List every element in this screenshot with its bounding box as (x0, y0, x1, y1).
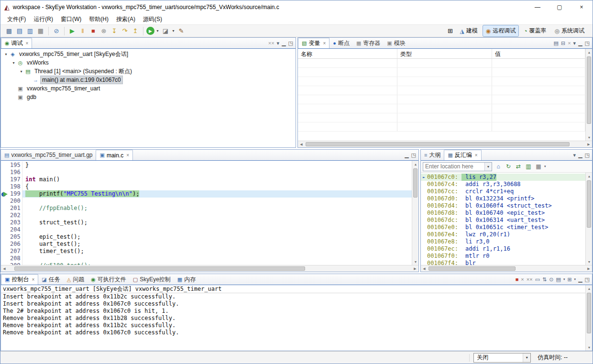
save-icon[interactable]: ▤ (15, 26, 24, 36)
tab-tasks[interactable]: ◪任务 (38, 274, 63, 285)
vertical-scrollbar[interactable]: ▲ ▼ (585, 285, 592, 351)
display-selected-console-icon[interactable]: ▤ (556, 276, 560, 283)
horizontal-scrollbar[interactable]: ◀ ▶ (421, 265, 592, 272)
collapse-all-icon[interactable]: ⊟ (561, 40, 565, 46)
terminate-icon[interactable]: ■ (88, 26, 98, 36)
format-brush-icon[interactable]: ✎ (176, 26, 186, 36)
scroll-down-icon[interactable]: ▼ (586, 344, 593, 351)
scroll-right-icon[interactable]: ▶ (585, 265, 592, 272)
run-icon-dropdown[interactable]: ▾ (155, 29, 160, 33)
tab-variables[interactable]: ▧变量× (298, 38, 329, 48)
scroll-left-icon[interactable]: ◀ (1, 265, 8, 272)
table-row[interactable] (298, 77, 585, 86)
scroll-down-icon[interactable]: ▼ (412, 258, 419, 265)
tab-breakpoints[interactable]: ●断点 (329, 38, 353, 48)
table-row[interactable] (298, 104, 585, 113)
perspective-modeling[interactable]: ◮建模 (457, 25, 481, 37)
debug-tree-item[interactable]: ▾◈vxworks_mpc755_timer_uart [SkyEye会话] (1, 50, 296, 58)
debug-tree-item[interactable]: ▣vxworks_mpc755_timer_uart (1, 84, 296, 93)
show-opcodes-icon[interactable]: ▥ (524, 163, 533, 170)
close-tab-icon[interactable]: × (26, 41, 29, 46)
tab-file-gp[interactable]: ▤vxworks_mpc755_timer_uart.gp (1, 150, 96, 160)
tab-executables[interactable]: ◉可执行文件 (88, 274, 130, 285)
scroll-down-icon[interactable]: ▼ (586, 258, 593, 265)
perspective-remote-debug[interactable]: ◉远程调试 (483, 25, 519, 37)
maximize-view-icon[interactable]: ◳ (288, 40, 293, 46)
remove-all-terminated-icon[interactable]: ×× (268, 40, 275, 46)
home-icon[interactable]: ⌂ (494, 163, 503, 170)
minimize-button[interactable]: — (527, 0, 549, 14)
menu-item[interactable]: 文件(F) (3, 14, 30, 25)
vertical-scrollbar[interactable]: ▲ ▼ (585, 173, 592, 265)
scroll-lock-icon[interactable]: ⇅ (542, 276, 547, 283)
column-header[interactable]: 名称 (298, 49, 397, 58)
scroll-track[interactable] (305, 141, 585, 147)
view-menu-icon[interactable]: ▾ (573, 152, 576, 158)
step-into-icon[interactable]: ↧ (110, 26, 119, 36)
open-console-icon[interactable]: ⊞ (567, 276, 571, 283)
tab-debug[interactable]: ◉调试× (1, 38, 32, 48)
code-area[interactable]: 195}196197int main()198{199 printf("MPC7… (1, 161, 412, 265)
vertical-scrollbar[interactable]: ▲ ▼ (585, 49, 592, 141)
scroll-down-icon[interactable]: ▼ (586, 134, 593, 141)
perspective-system-debug[interactable]: ◎系统调试 (551, 25, 588, 37)
scroll-right-icon[interactable]: ▶ (585, 141, 592, 148)
remove-all-launches-icon[interactable]: ×× (527, 276, 533, 282)
close-tab-icon[interactable]: × (126, 153, 129, 158)
debug-tree-item[interactable]: →main() at main.c:199 0x1067c0 (1, 76, 296, 84)
menu-item[interactable]: 窗口(W) (57, 14, 85, 25)
step-over-icon[interactable]: ↷ (120, 26, 130, 36)
scroll-thumb[interactable] (306, 142, 570, 146)
scroll-left-icon[interactable]: ◀ (421, 265, 428, 272)
code-editor[interactable]: 195}196197int main()198{199 printf("MPC7… (1, 161, 418, 265)
minimize-view-icon[interactable]: ▁ (578, 152, 582, 158)
scroll-thumb[interactable] (413, 168, 417, 198)
menu-item[interactable]: 帮助(H) (85, 14, 112, 25)
scroll-thumb[interactable] (428, 266, 516, 271)
menu-item[interactable]: 搜索(A) (112, 14, 139, 25)
sync-selection-icon[interactable]: ⇄ (514, 163, 523, 170)
close-tab-icon[interactable]: × (475, 153, 478, 158)
refresh-icon[interactable]: ↻ (504, 163, 513, 170)
scroll-track[interactable] (8, 265, 412, 272)
scroll-up-icon[interactable]: ▲ (586, 49, 593, 55)
location-input[interactable] (423, 163, 484, 171)
maximize-view-icon[interactable]: ◳ (411, 152, 416, 158)
close-tab-icon[interactable]: × (32, 277, 34, 282)
close-tab-icon[interactable]: × (323, 41, 326, 46)
suspend-icon[interactable]: ‖ (78, 26, 88, 36)
terminate-console-icon[interactable]: ■ (516, 276, 519, 282)
minimize-view-icon[interactable]: ▁ (405, 152, 408, 158)
vertical-scrollbar[interactable]: ▲ ▼ (412, 161, 418, 265)
show-type-names-icon[interactable]: ▤ (554, 40, 559, 46)
view-menu-icon[interactable]: ▾ (277, 40, 280, 46)
maximize-view-icon[interactable]: ◳ (585, 152, 590, 158)
horizontal-scrollbar[interactable]: ◀ ▶ (1, 265, 418, 272)
tab-modules[interactable]: ▣模块 (384, 38, 408, 48)
table-row[interactable] (298, 59, 585, 68)
minimize-view-icon[interactable]: ▁ (282, 40, 286, 46)
run-icon[interactable]: ▶ (146, 27, 154, 35)
step-return-icon[interactable]: ↥ (131, 26, 140, 36)
close-button[interactable]: × (571, 0, 593, 14)
location-combo[interactable]: ▼ (423, 162, 492, 171)
breakpoint-margin[interactable] (1, 190, 8, 198)
column-header[interactable]: 值 (492, 49, 585, 58)
scroll-thumb[interactable] (587, 180, 591, 228)
open-perspective-icon[interactable]: ⊞ (446, 26, 455, 36)
maximize-view-icon[interactable]: ◳ (585, 40, 590, 46)
expander-icon[interactable]: ▾ (18, 69, 24, 74)
expander-icon[interactable]: ▾ (3, 52, 9, 56)
table-row[interactable] (298, 113, 585, 122)
combo-dropdown-icon[interactable]: ▼ (523, 353, 530, 362)
tab-console[interactable]: ▣控制台× (1, 274, 38, 285)
scroll-track[interactable] (586, 179, 592, 258)
debug-tree-item[interactable]: ▾◎vxWorks (1, 58, 296, 67)
tab-registers[interactable]: ▦寄存器 (353, 38, 384, 48)
minimize-view-icon[interactable]: ▁ (578, 276, 582, 283)
scroll-up-icon[interactable]: ▲ (586, 173, 593, 179)
resume-icon[interactable]: ▶ (67, 26, 77, 36)
tab-file-main-c[interactable]: ▣main.c× (96, 150, 133, 160)
disassembly-view[interactable]: ►001067c0:lis r3,27001067c4:addi r3,r3,3… (421, 173, 592, 265)
print-icon[interactable]: ▦ (36, 26, 45, 36)
